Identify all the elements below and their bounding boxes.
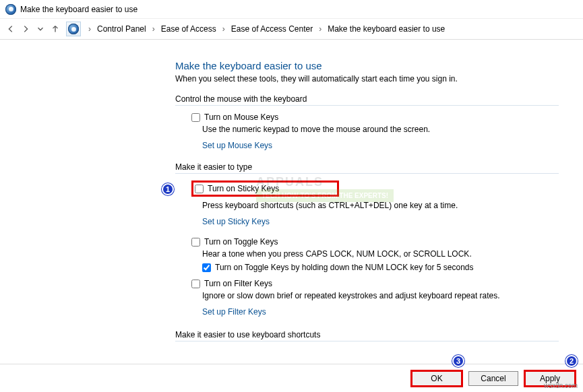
toggle-keys-desc: Hear a tone when you press CAPS LOCK, NU… [202,249,559,259]
callout-1: 1 [162,183,174,195]
location-icon[interactable] [66,22,81,36]
section-type-title: Make it easier to type [175,162,559,174]
filter-keys-desc: Ignore or slow down brief or repeated ke… [202,291,559,300]
callout-3: 3 [452,355,464,367]
mouse-keys-label: Turn on Mouse Keys [204,112,278,122]
sticky-keys-checkbox[interactable] [195,185,204,193]
cancel-button[interactable]: Cancel [468,371,518,386]
window-title: Make the keyboard easier to use [20,5,137,14]
sticky-keys-highlight: Turn on Sticky Keys [191,181,339,197]
chevron-right-icon: › [319,24,321,34]
filter-keys-label: Turn on Filter Keys [204,279,272,288]
app-icon [5,4,16,15]
callout-2: 2 [565,355,578,367]
main-content: Make the keyboard easier to use When you… [0,40,583,363]
bc-control-panel[interactable]: Control Panel [94,24,149,34]
apply-button[interactable]: Apply [525,371,575,386]
back-button[interactable] [4,22,18,36]
section-mouse-title: Control the mouse with the keyboard [175,94,559,106]
mouse-keys-option[interactable]: Turn on Mouse Keys [191,112,559,122]
sticky-keys-option[interactable]: Turn on Sticky Keys [195,184,279,193]
setup-filter-keys-link[interactable]: Set up Filter Keys [202,307,266,317]
ok-button[interactable]: OK [412,371,462,386]
mouse-keys-desc: Use the numeric keypad to move the mouse… [202,125,559,134]
nav-toolbar: › Control Panel › Ease of Access › Ease … [0,19,583,40]
bc-current[interactable]: Make the keyboard easier to use [325,24,448,34]
chevron-right-icon: › [152,24,155,34]
forward-button[interactable] [19,22,32,36]
filter-keys-checkbox[interactable] [191,280,200,288]
toggle-hold-label: Turn on Toggle Keys by holding down the … [215,263,474,272]
toggle-hold-checkbox[interactable] [202,263,211,272]
toggle-hold-option[interactable]: Turn on Toggle Keys by holding down the … [202,263,559,272]
section-shortcuts-title: Make it easier to use keyboard shortcuts [175,330,559,341]
chevron-right-icon: › [222,24,225,34]
chevron-right-icon: › [88,24,91,34]
up-button[interactable] [49,22,62,36]
toggle-keys-checkbox[interactable] [191,238,200,247]
mouse-keys-checkbox[interactable] [191,113,200,122]
bc-ease-center[interactable]: Ease of Access Center [228,24,315,34]
setup-mouse-keys-link[interactable]: Set up Mouse Keys [202,141,272,150]
breadcrumb[interactable]: › Control Panel › Ease of Access › Ease … [82,22,579,36]
footer-bar: 3 OK Cancel 2 Apply [0,364,583,392]
sticky-keys-label: Turn on Sticky Keys [208,184,279,193]
setup-sticky-keys-link[interactable]: Set up Sticky Keys [202,217,270,226]
toggle-keys-option[interactable]: Turn on Toggle Keys [191,237,559,247]
page-subtitle: When you select these tools, they will a… [175,74,559,84]
filter-keys-option[interactable]: Turn on Filter Keys [191,279,559,288]
titlebar: Make the keyboard easier to use [0,0,583,19]
recent-dropdown[interactable] [34,22,47,36]
toggle-keys-label: Turn on Toggle Keys [204,237,278,247]
sticky-keys-desc: Press keyboard shortcuts (such as CTRL+A… [202,201,559,210]
bc-ease-of-access[interactable]: Ease of Access [158,24,219,34]
page-title: Make the keyboard easier to use [175,60,559,71]
